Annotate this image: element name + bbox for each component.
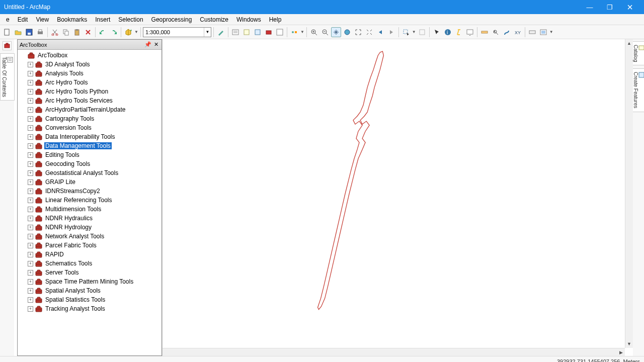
- toolbox-item[interactable]: +Schematics Tools: [18, 259, 162, 268]
- menu-help[interactable]: Help: [265, 14, 286, 25]
- zoom-out-button[interactable]: [320, 27, 330, 37]
- toolbox-item[interactable]: +Geocoding Tools: [18, 159, 162, 168]
- print-button[interactable]: [35, 27, 45, 37]
- save-button[interactable]: [24, 27, 34, 37]
- arctoolbox-tab[interactable]: [3, 41, 12, 50]
- create-features-tab[interactable]: Create Features: [631, 68, 645, 112]
- hyperlink-button[interactable]: [454, 27, 464, 37]
- expand-icon[interactable]: +: [28, 62, 33, 67]
- expand-icon[interactable]: +: [28, 279, 33, 285]
- back-extent-button[interactable]: [375, 27, 385, 37]
- toolbox-item[interactable]: +ArcHydroPartialTerrainUpdate: [18, 105, 162, 114]
- toolbox-item[interactable]: +Data Interoperability Tools: [18, 132, 162, 141]
- toolbox-item[interactable]: +Spatial Analyst Tools: [18, 286, 162, 295]
- menu-geoprocessing[interactable]: Geoprocessing: [147, 14, 196, 25]
- expand-icon[interactable]: +: [28, 189, 33, 194]
- table-of-contents-tab[interactable]: Table Of Contents: [0, 53, 15, 101]
- html-popup-button[interactable]: [465, 27, 475, 37]
- expand-icon[interactable]: +: [28, 198, 33, 203]
- toolbox-item[interactable]: +Arc Hydro Tools Python: [18, 87, 162, 96]
- toolbox-item[interactable]: +GRAIP Lite: [18, 177, 162, 187]
- map-view[interactable]: ▲ ▼ ▶: [162, 39, 633, 356]
- menu-bookmarks[interactable]: Bookmarks: [53, 14, 91, 25]
- toolbox-button[interactable]: [264, 27, 274, 37]
- delete-button[interactable]: [83, 27, 93, 37]
- expand-icon[interactable]: +: [28, 179, 33, 185]
- toolbox-item[interactable]: +NDNR Hydraulics: [18, 214, 162, 223]
- map-scale-input[interactable]: [143, 28, 204, 37]
- expand-icon[interactable]: +: [28, 161, 33, 167]
- vertical-scrollbar[interactable]: ▲ ▼: [625, 39, 633, 348]
- create-viewer-button[interactable]: [538, 27, 548, 37]
- horizontal-scrollbar[interactable]: ▶: [163, 348, 625, 356]
- menu-edit[interactable]: Edit: [14, 14, 32, 25]
- toolbox-item[interactable]: +Analysis Tools: [18, 69, 162, 78]
- select-elements-button[interactable]: [432, 27, 442, 37]
- python-window-button[interactable]: [275, 27, 285, 37]
- undo-button[interactable]: [98, 27, 108, 37]
- menu-view[interactable]: View: [32, 14, 53, 25]
- panel-header[interactable]: ArcToolbox 📌 ✕: [18, 40, 162, 50]
- expand-icon[interactable]: +: [28, 252, 33, 257]
- go-to-xy-button[interactable]: XY: [513, 27, 523, 37]
- maximize-button[interactable]: ❐: [600, 0, 620, 14]
- forward-extent-button[interactable]: [386, 27, 396, 37]
- find-button[interactable]: A: [491, 27, 501, 37]
- panel-close-icon[interactable]: ✕: [152, 41, 159, 48]
- expand-icon[interactable]: +: [28, 80, 33, 85]
- scroll-right-icon[interactable]: ▶: [617, 348, 625, 356]
- toc-button[interactable]: [230, 27, 240, 37]
- editor-toolbar-button[interactable]: [216, 27, 226, 37]
- minimize-button[interactable]: —: [580, 0, 600, 14]
- toolbox-tree[interactable]: ArcToolbox+3D Analyst Tools+Analysis Too…: [18, 50, 162, 355]
- expand-icon[interactable]: +: [28, 71, 33, 76]
- expand-icon[interactable]: +: [28, 270, 33, 276]
- tree-root[interactable]: ArcToolbox: [18, 51, 162, 60]
- toolbox-item[interactable]: +IDNRStreamsCopy2: [18, 187, 162, 196]
- toolbox-item[interactable]: +Data Management Tools: [18, 141, 162, 150]
- pan-button[interactable]: [331, 27, 341, 37]
- model-builder-button[interactable]: [289, 27, 299, 37]
- toolbox-item[interactable]: +Editing Tools: [18, 150, 162, 159]
- expand-icon[interactable]: +: [28, 107, 33, 113]
- expand-icon[interactable]: +: [28, 216, 33, 221]
- expand-icon[interactable]: +: [28, 297, 33, 303]
- menu-customize[interactable]: Customize: [196, 14, 232, 25]
- scroll-down-icon[interactable]: ▼: [625, 340, 633, 348]
- search-window-button[interactable]: [253, 27, 263, 37]
- open-button[interactable]: [13, 27, 23, 37]
- close-button[interactable]: ×: [620, 0, 640, 14]
- toolbox-item[interactable]: +Parcel Fabric Tools: [18, 241, 162, 250]
- expand-icon[interactable]: +: [28, 261, 33, 266]
- menu-insert[interactable]: Insert: [91, 14, 114, 25]
- expand-icon[interactable]: +: [28, 125, 33, 131]
- menu-selection[interactable]: Selection: [114, 14, 147, 25]
- expand-icon[interactable]: +: [28, 89, 33, 95]
- toolbox-item[interactable]: +Tracking Analyst Tools: [18, 304, 162, 313]
- cut-button[interactable]: [50, 27, 60, 37]
- expand-icon[interactable]: +: [28, 116, 33, 122]
- toolbox-item[interactable]: +RAPID: [18, 250, 162, 259]
- select-features-button[interactable]: [401, 27, 411, 37]
- expand-icon[interactable]: +: [28, 306, 33, 312]
- map-scale-combo[interactable]: ▼: [143, 27, 211, 37]
- toolbox-item[interactable]: +Server Tools: [18, 268, 162, 277]
- catalog-button[interactable]: [242, 27, 252, 37]
- expand-icon[interactable]: +: [28, 225, 33, 230]
- new-button[interactable]: [2, 27, 12, 37]
- expand-icon[interactable]: +: [28, 288, 33, 294]
- paste-button[interactable]: [72, 27, 82, 37]
- find-route-button[interactable]: [502, 27, 512, 37]
- expand-icon[interactable]: +: [28, 152, 33, 158]
- toolbox-item[interactable]: +Linear Referencing Tools: [18, 196, 162, 205]
- scroll-up-icon[interactable]: ▲: [625, 39, 633, 47]
- zoom-in-button[interactable]: [309, 27, 319, 37]
- identify-button[interactable]: i: [443, 27, 453, 37]
- expand-icon[interactable]: +: [28, 170, 33, 176]
- scale-dropdown-icon[interactable]: ▼: [204, 28, 211, 37]
- catalog-tab[interactable]: Catalog: [631, 41, 645, 65]
- toolbox-item[interactable]: +NDNR Hydrology: [18, 223, 162, 232]
- expand-icon[interactable]: +: [28, 243, 33, 248]
- redo-button[interactable]: [109, 27, 119, 37]
- menu-windows[interactable]: Windows: [232, 14, 265, 25]
